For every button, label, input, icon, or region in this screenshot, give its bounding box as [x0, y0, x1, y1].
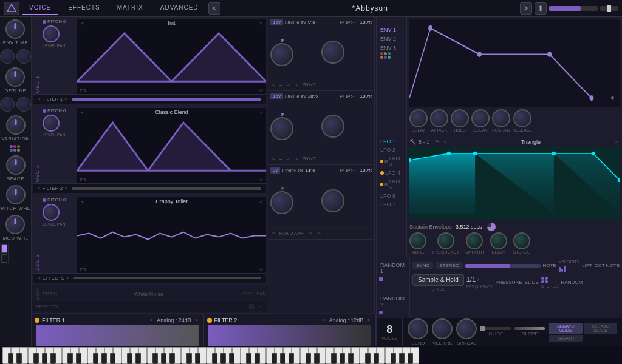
filter2-prev[interactable]: <	[320, 317, 327, 323]
piano-black-key[interactable]	[169, 353, 175, 364]
osc1-edit-icon[interactable]: ✏	[259, 88, 264, 93]
piano-black-key[interactable]	[33, 353, 39, 364]
detune-knob[interactable]	[5, 67, 25, 87]
r1-sync-btn[interactable]: SYNC	[412, 262, 433, 269]
osc3-bottom-prev[interactable]: <	[270, 231, 277, 236]
env-time-knob[interactable]	[5, 19, 25, 39]
preset-prev-button[interactable]: <	[208, 2, 220, 15]
piano-black-key[interactable]	[212, 353, 217, 364]
lfo-delay-knob[interactable]	[490, 232, 507, 249]
piano-black-key[interactable]	[229, 353, 234, 364]
osc2-phase-knob[interactable]	[321, 115, 344, 138]
lfo-shape-prev[interactable]: <	[442, 139, 449, 144]
piano-black-key[interactable]	[67, 353, 73, 364]
osc1-filter-next[interactable]: >	[63, 96, 69, 102]
piano-keyboard[interactable]	[0, 346, 622, 364]
osc1-unison-toggle[interactable]	[281, 39, 284, 42]
osc3-unison-btn[interactable]: 3v	[270, 167, 280, 174]
piano-black-key[interactable]	[127, 353, 132, 364]
lfo-sustain-dial[interactable]	[487, 223, 496, 231]
osc3-unison-depth-knob[interactable]	[270, 191, 293, 214]
osc2-filter-prev[interactable]: <	[36, 186, 43, 191]
lfo3-tab[interactable]: LFO 3	[378, 155, 405, 168]
piano-black-key[interactable]	[161, 353, 166, 364]
piano-black-key[interactable]	[289, 353, 294, 364]
piano-black-key[interactable]	[408, 353, 413, 364]
filter2-freq-slider[interactable]	[208, 325, 372, 346]
piano-black-key[interactable]	[331, 353, 337, 364]
preset-next-button[interactable]: >	[520, 2, 532, 15]
piano-black-key[interactable]	[152, 353, 158, 364]
piano-black-key[interactable]	[255, 353, 260, 364]
piano-black-key[interactable]	[374, 353, 379, 364]
piano-black-key[interactable]	[220, 353, 226, 364]
piano-black-key[interactable]	[110, 353, 115, 364]
osc1-unison-depth-knob[interactable]	[270, 43, 293, 66]
piano-black-key[interactable]	[50, 353, 56, 364]
detune-knob-b[interactable]	[16, 97, 31, 112]
master-level-slider[interactable]	[549, 6, 598, 11]
osc2-bottom-next[interactable]: >	[285, 156, 292, 161]
osc2-unison-depth-knob[interactable]	[270, 117, 293, 140]
piano-black-key[interactable]	[76, 353, 81, 364]
osc1-sync-prev[interactable]: <	[294, 82, 301, 87]
env-hold-knob[interactable]	[451, 109, 469, 127]
osc2-edit-icon[interactable]: ✏	[259, 177, 264, 183]
osc1-unison-btn[interactable]: 16v	[270, 19, 283, 25]
piano-black-key[interactable]	[8, 353, 13, 364]
osc2-filter-slider[interactable]	[72, 187, 261, 190]
piano-black-key[interactable]	[391, 353, 396, 364]
osc2-wave-prev[interactable]: <	[80, 110, 86, 115]
lfo-mode-knob[interactable]	[409, 232, 426, 249]
piano-black-key[interactable]	[348, 353, 354, 364]
lfo2-tab[interactable]: LFO 2	[378, 146, 405, 153]
piano-black-key[interactable]	[93, 353, 98, 364]
piano-black-key[interactable]	[135, 353, 141, 364]
osc3-rand-next[interactable]: >	[307, 231, 313, 236]
osc3-sync-prev[interactable]: <	[316, 231, 323, 236]
osc1-phase-knob[interactable]	[321, 41, 344, 64]
piano-black-key[interactable]	[16, 353, 22, 364]
osc2-filter-next[interactable]: >	[63, 186, 69, 191]
glide-slider[interactable]	[480, 327, 511, 330]
piano-black-key[interactable]	[101, 353, 107, 364]
filter1-freq-slider[interactable]	[36, 325, 199, 346]
logo-button[interactable]	[4, 2, 19, 15]
filter2-next[interactable]: >	[366, 317, 372, 323]
piano-black-key[interactable]	[306, 353, 311, 364]
env-release-knob[interactable]	[513, 109, 531, 127]
piano-black-key[interactable]	[246, 353, 251, 364]
piano-black-key[interactable]	[42, 353, 47, 364]
osc3-unison-toggle[interactable]	[281, 187, 284, 190]
variation-knob[interactable]	[6, 115, 26, 135]
piano-black-key[interactable]	[195, 353, 200, 364]
env1-tab[interactable]: ENV 1	[378, 26, 405, 33]
filter1-next[interactable]: >	[194, 317, 200, 323]
osc1-level-knob[interactable]	[43, 25, 60, 42]
tab-matrix[interactable]: MATRIX	[110, 2, 151, 15]
osc3-filter-prev[interactable]: <	[36, 275, 43, 281]
spread-knob[interactable]	[456, 318, 477, 339]
r1-bar[interactable]	[465, 264, 540, 268]
space-knob[interactable]	[6, 155, 26, 175]
filter1-prev[interactable]: <	[148, 317, 155, 323]
piano-black-key[interactable]	[340, 353, 345, 364]
osc3-phase-knob[interactable]	[321, 189, 344, 212]
piano-black-key[interactable]	[365, 353, 371, 364]
piano-black-key[interactable]	[314, 353, 320, 364]
lfo1-tab[interactable]: LFO 1	[378, 138, 405, 145]
export-button[interactable]: ⬆	[535, 2, 547, 15]
lfo-freq-knob[interactable]	[437, 232, 454, 249]
lfo5-tab[interactable]: LFO 5	[378, 178, 405, 191]
env3-tab[interactable]: ENV 3	[378, 44, 405, 59]
osc3-wave-next[interactable]: >	[257, 199, 264, 204]
env-time-knob-b[interactable]	[16, 49, 31, 64]
osc1-wave-next[interactable]: >	[257, 21, 264, 26]
lfo7-tab[interactable]: LFO 7	[378, 201, 405, 208]
detune-knob-a[interactable]	[0, 97, 15, 112]
piano-black-key[interactable]	[272, 353, 277, 364]
osc2-bottom-prev[interactable]: <	[270, 156, 277, 161]
bend-knob[interactable]	[408, 318, 428, 339]
legato-btn[interactable]: LEGATO	[549, 335, 582, 342]
env-sustain-knob[interactable]	[492, 109, 510, 127]
